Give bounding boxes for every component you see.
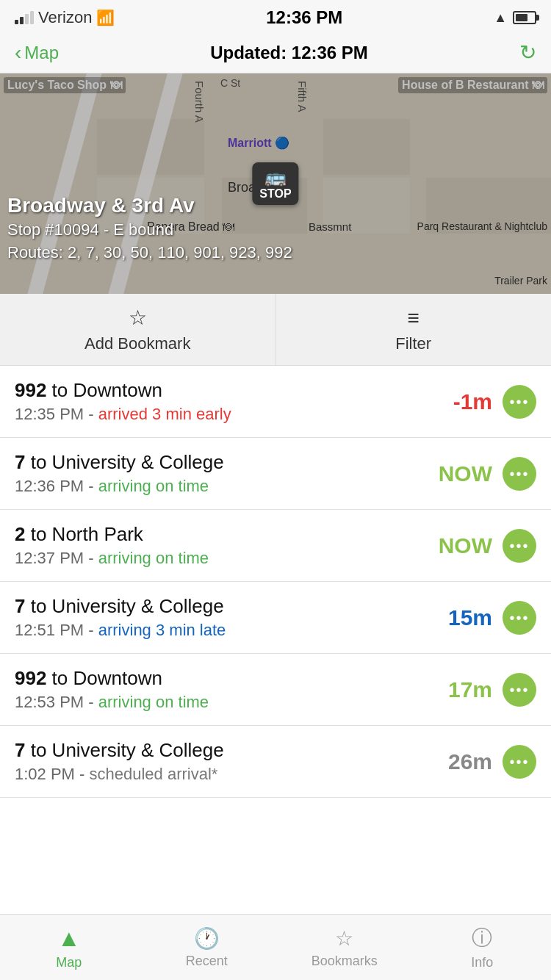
bus-route-num: 7 <box>15 739 25 761</box>
bus-info: 992 to Downtown 12:53 PM - arriving on t… <box>15 667 448 712</box>
bus-right: NOW ••• <box>439 529 536 563</box>
map-text-overlay: Broadway & 3rd Av Stop #10094 - E bound … <box>7 192 292 264</box>
bus-status: arriving on time <box>98 477 209 495</box>
refresh-button[interactable]: ↻ <box>519 40 536 65</box>
bus-route-line: 992 to Downtown <box>15 379 453 402</box>
stop-routes: Routes: 2, 7, 30, 50, 110, 901, 923, 992 <box>7 242 292 264</box>
more-dots-icon: ••• <box>509 538 529 553</box>
stop-address: Broadway & 3rd Av <box>7 192 292 219</box>
bus-right: NOW ••• <box>439 457 536 491</box>
more-options-button[interactable]: ••• <box>503 745 536 779</box>
bus-status: arriving on time <box>98 693 209 711</box>
bus-list: 992 to Downtown 12:35 PM - arrived 3 min… <box>0 366 551 798</box>
bus-info: 7 to University & College 1:02 PM - sche… <box>15 739 448 784</box>
bus-list-item: 7 to University & College 12:51 PM - arr… <box>0 582 551 654</box>
bus-info: 7 to University & College 12:36 PM - arr… <box>15 451 439 496</box>
more-dots-icon: ••• <box>509 394 529 409</box>
bus-eta: NOW <box>439 533 492 558</box>
more-options-button[interactable]: ••• <box>503 673 536 707</box>
more-options-button[interactable]: ••• <box>503 601 536 635</box>
bus-status: scheduled arrival* <box>89 765 217 783</box>
bus-time-line: 12:37 PM - arriving on time <box>15 549 439 568</box>
bus-route-num: 7 <box>15 595 25 617</box>
bus-info: 7 to University & College 12:51 PM - arr… <box>15 595 448 640</box>
more-dots-icon: ••• <box>509 610 529 625</box>
bus-route-num: 992 <box>15 379 46 401</box>
bus-route-num: 7 <box>15 451 25 473</box>
bus-route-line: 7 to University & College <box>15 739 448 762</box>
status-right: ▲ <box>494 10 536 26</box>
tab-bookmarks[interactable]: ☆ Bookmarks <box>276 915 414 980</box>
battery-icon <box>513 11 536 24</box>
bus-eta: 17m <box>448 677 492 702</box>
bus-eta: NOW <box>439 461 492 486</box>
more-options-button[interactable]: ••• <box>503 457 536 491</box>
bus-route-line: 7 to University & College <box>15 451 439 474</box>
more-options-button[interactable]: ••• <box>503 529 536 563</box>
bus-right: 15m ••• <box>448 601 536 635</box>
more-dots-icon: ••• <box>509 466 529 481</box>
bus-status: arriving 3 min late <box>98 621 226 639</box>
more-dots-icon: ••• <box>509 754 529 769</box>
add-bookmark-button[interactable]: ☆ Add Bookmark <box>0 294 276 365</box>
bus-info: 992 to Downtown 12:35 PM - arrived 3 min… <box>15 379 453 424</box>
wifi-icon: 📶 <box>96 9 115 26</box>
back-button[interactable]: ‹ Map <box>15 41 59 65</box>
nav-bar: ‹ Map Updated: 12:36 PM ↻ <box>0 32 551 73</box>
bus-list-item: 2 to North Park 12:37 PM - arriving on t… <box>0 510 551 582</box>
bus-eta: 15m <box>448 605 492 630</box>
filter-icon: ≡ <box>408 306 419 330</box>
bookmark-icon: ☆ <box>129 306 147 330</box>
location-icon: ▲ <box>494 10 507 26</box>
bus-list-item: 992 to Downtown 12:53 PM - arriving on t… <box>0 654 551 726</box>
bus-status: arrived 3 min early <box>98 405 231 423</box>
more-options-button[interactable]: ••• <box>503 385 536 419</box>
bus-right: 17m ••• <box>448 673 536 707</box>
bus-route-num: 992 <box>15 667 46 689</box>
filter-button[interactable]: ≡ Filter <box>276 294 552 365</box>
recent-tab-icon: 🕐 <box>194 926 220 951</box>
stop-id: Stop #10094 - E bound <box>7 219 292 242</box>
bus-list-item: 7 to University & College 1:02 PM - sche… <box>0 726 551 798</box>
bus-route-num: 2 <box>15 523 25 545</box>
bus-time-line: 1:02 PM - scheduled arrival* <box>15 765 448 784</box>
bus-list-item: 7 to University & College 12:36 PM - arr… <box>0 438 551 510</box>
status-bar: Verizon 📶 12:36 PM ▲ <box>0 0 551 32</box>
bus-route-line: 992 to Downtown <box>15 667 448 690</box>
map-tab-icon: ▲ <box>57 925 81 952</box>
bus-time-line: 12:36 PM - arriving on time <box>15 477 439 496</box>
bus-right: 26m ••• <box>448 745 536 779</box>
status-left: Verizon 📶 <box>15 8 115 27</box>
back-chevron-icon: ‹ <box>15 41 21 65</box>
bus-eta: -1m <box>453 389 492 414</box>
bus-right: -1m ••• <box>453 385 536 419</box>
page-title: Updated: 12:36 PM <box>210 43 368 63</box>
bus-route-line: 7 to University & College <box>15 595 448 618</box>
tab-bar: ▲ Map 🕐 Recent ☆ Bookmarks ⓘ Info <box>0 914 551 980</box>
carrier-label: Verizon <box>38 8 92 27</box>
tab-recent[interactable]: 🕐 Recent <box>138 915 276 980</box>
bus-route-line: 2 to North Park <box>15 523 439 546</box>
bus-status: arriving on time <box>98 549 209 567</box>
more-dots-icon: ••• <box>509 682 529 697</box>
bus-time-line: 12:53 PM - arriving on time <box>15 693 448 712</box>
bus-time-line: 12:51 PM - arriving 3 min late <box>15 621 448 640</box>
bus-time-line: 12:35 PM - arrived 3 min early <box>15 405 453 424</box>
bookmarks-tab-icon: ☆ <box>335 926 353 951</box>
bus-eta: 26m <box>448 749 492 774</box>
info-tab-icon: ⓘ <box>472 924 492 952</box>
status-time: 12:36 PM <box>266 7 342 28</box>
bus-list-item: 992 to Downtown 12:35 PM - arrived 3 min… <box>0 366 551 438</box>
map-container[interactable]: Broadway Fourth A Fifth A Lucy's Taco Sh… <box>0 73 551 294</box>
action-row: ☆ Add Bookmark ≡ Filter <box>0 294 551 366</box>
bus-info: 2 to North Park 12:37 PM - arriving on t… <box>15 523 439 568</box>
tab-map[interactable]: ▲ Map <box>0 915 138 980</box>
signal-icon <box>15 11 34 24</box>
tab-info[interactable]: ⓘ Info <box>414 915 552 980</box>
